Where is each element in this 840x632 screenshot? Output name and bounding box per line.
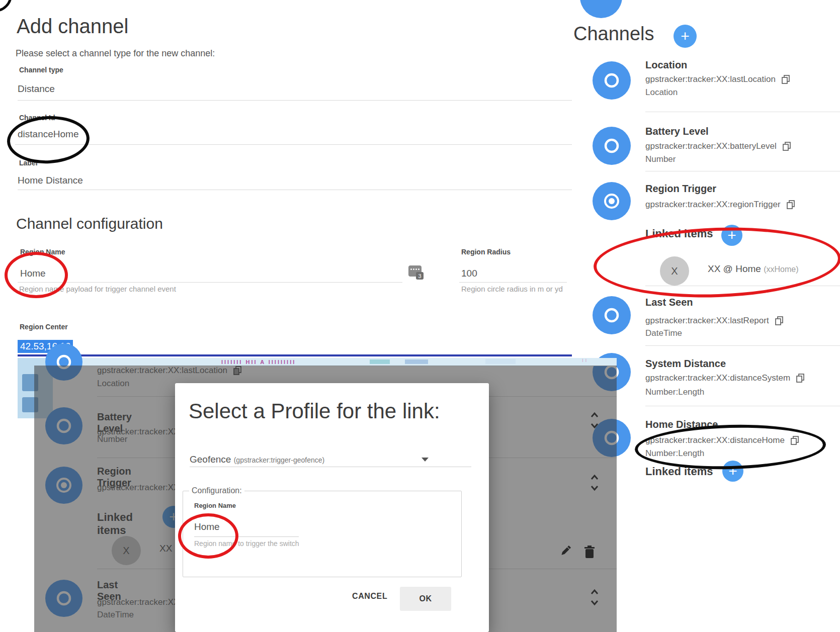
autofill-icon[interactable]: 3	[408, 265, 422, 277]
copy-icon[interactable]	[796, 374, 805, 383]
state-channel-icon	[603, 307, 620, 324]
channel-title: Battery Level	[645, 126, 709, 137]
channel-avatar-region-trigger	[593, 182, 631, 220]
page-title: Add channel	[17, 15, 128, 38]
annotation-ellipse-modal-region-name	[178, 513, 238, 559]
channel-id-underline	[15, 144, 572, 145]
channel-avatar-last-seen	[593, 296, 631, 334]
modal-region-name-label: Region Name	[194, 502, 236, 509]
annotation-ellipse-channel-id	[6, 114, 91, 165]
region-radius-hint: Region circle radius in m or yd	[461, 285, 563, 293]
page-subtitle: Please select a channel type for the new…	[16, 48, 215, 59]
channel-title: Last Seen	[645, 297, 693, 308]
region-radius-label: Region Radius	[461, 248, 511, 256]
annotation-ellipse-region-name	[5, 252, 68, 298]
channel-item-type: Location	[645, 87, 678, 98]
annotation-corner-arc	[0, 0, 12, 12]
dialog-title: Select a Profile for the link:	[189, 399, 440, 423]
section-title: Channel configuration	[16, 215, 163, 232]
channel-uid: gpstracker:tracker:XX:batteryLevel	[645, 141, 777, 151]
copy-icon[interactable]	[775, 316, 784, 326]
state-channel-icon	[603, 72, 620, 89]
region-center-label: Region Center	[20, 323, 68, 331]
label-input[interactable]: Home Distance	[18, 175, 83, 186]
copy-icon[interactable]	[787, 200, 795, 210]
channel-avatar-battery	[593, 127, 631, 165]
channel-uid: gpstracker:tracker:XX:regionTrigger	[645, 200, 781, 210]
label-underline	[18, 190, 572, 190]
channel-type-underline	[18, 100, 572, 101]
region-center-focus-underline	[18, 354, 572, 356]
annotation-ellipse-linked-item	[593, 223, 840, 301]
profile-select[interactable]: Geofence (gpstracker:trigger-geofence)	[190, 454, 324, 465]
channel-title: System Distance	[645, 358, 726, 370]
channel-id-row: gpstracker:tracker:XX:distanceSystem	[645, 373, 805, 383]
channel-id-row: gpstracker:tracker:XX:lastReport	[645, 316, 784, 326]
screen: Add channel Please select a channel type…	[0, 0, 840, 632]
channel-type-label: Channel type	[19, 66, 63, 74]
autofill-badge: 3	[416, 272, 424, 280]
channel-uid: gpstracker:tracker:XX:distanceSystem	[645, 373, 790, 383]
profile-select-detail: (gpstracker:trigger-geofence)	[234, 456, 325, 464]
trigger-channel-icon	[603, 192, 621, 210]
add-channel-button[interactable]: +	[674, 25, 697, 48]
ok-button[interactable]: OK	[400, 587, 451, 611]
autofill-dots	[410, 268, 419, 270]
dropdown-caret-icon	[422, 458, 429, 462]
copy-icon[interactable]	[783, 142, 791, 151]
channel-uid: gpstracker:tracker:XX:lastReport	[645, 316, 769, 326]
channel-id-row: gpstracker:tracker:XX:regionTrigger	[645, 200, 795, 210]
channel-title: Location	[645, 59, 687, 71]
map-strip: IIIIIII HII A IIIIIIIII ╵╵	[18, 358, 617, 366]
region-radius-input[interactable]: 100	[461, 268, 477, 279]
channel-type-select[interactable]: Distance	[18, 83, 55, 95]
channel-id-row: gpstracker:tracker:XX:batteryLevel	[645, 141, 791, 151]
channel-item-type: Number:Length	[645, 387, 704, 397]
channel-item-type: Number	[645, 154, 676, 164]
channel-title: Region Trigger	[645, 183, 716, 195]
channel-avatar-location	[593, 61, 631, 100]
cancel-button[interactable]: CANCEL	[349, 591, 390, 601]
region-radius-underline	[459, 282, 567, 283]
configuration-legend: Configuration:	[189, 486, 244, 495]
channel-uid: gpstracker:tracker:XX:lastLocation	[645, 74, 776, 84]
channel-item-type: DateTime	[645, 328, 682, 338]
copy-icon[interactable]	[782, 75, 790, 84]
region-name-underline	[18, 282, 402, 283]
scrolled-avatar	[580, 0, 622, 18]
channel-id-row: gpstracker:tracker:XX:lastLocation	[645, 74, 790, 84]
channels-heading: Channels	[573, 23, 654, 45]
profile-dialog: Select a Profile for the link: Geofence …	[175, 383, 489, 632]
state-channel-icon	[603, 137, 620, 154]
